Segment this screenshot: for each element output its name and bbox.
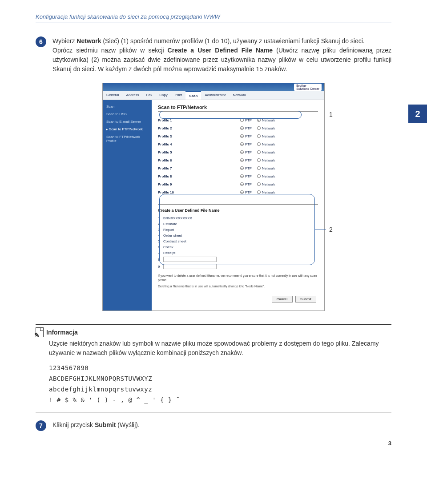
- sidebar-item[interactable]: Scan: [103, 103, 152, 110]
- allowed-chars-line: ABCDEFGHIJKLMNOPQRSTUVWXYZ: [49, 374, 391, 384]
- ftp-radio[interactable]: [240, 142, 244, 146]
- profile-label: Profile 2: [158, 126, 182, 130]
- filename-row: 4Order sheet: [158, 233, 318, 238]
- filename-preset: BRNXXXXXXXXX: [163, 216, 192, 220]
- profile-label: Profile 3: [158, 134, 182, 138]
- app-tab-scan[interactable]: Scan: [185, 91, 201, 100]
- ftp-label: FTP: [245, 134, 252, 138]
- app-tabs: GeneralAddressFaxCopyPrintScanAdministra…: [103, 91, 324, 100]
- profile-name-input[interactable]: [182, 190, 231, 195]
- network-radio[interactable]: [257, 182, 261, 186]
- info-title-row: Informacja: [36, 327, 391, 337]
- network-radio[interactable]: [257, 126, 261, 130]
- sidebar-item[interactable]: Scan to E-mail Server: [103, 118, 152, 125]
- profile-name-input[interactable]: [182, 165, 231, 171]
- filename-input[interactable]: [163, 257, 217, 262]
- app-tab-network[interactable]: Network: [230, 91, 250, 100]
- ftp-label: FTP: [245, 174, 252, 178]
- app-tab-address[interactable]: Address: [122, 91, 142, 100]
- brother-badge: Brother Solutions Center: [294, 84, 322, 91]
- filename-input[interactable]: [163, 264, 217, 269]
- network-radio[interactable]: [257, 158, 261, 162]
- sidebar-item[interactable]: Scan to USB: [103, 110, 152, 118]
- step-number-7: 7: [36, 420, 46, 431]
- profile-name-input[interactable]: [182, 149, 231, 155]
- info-title: Informacja: [46, 329, 78, 336]
- t: Oprócz siedmiu nazw plików w sekcji: [52, 47, 168, 54]
- profile-row: Profile 4FTPNetwork: [158, 140, 318, 148]
- step-7: 7 Kliknij przycisk Submit (Wyślij).: [36, 420, 391, 431]
- ftp-radio[interactable]: [240, 150, 244, 154]
- idx: 5: [158, 239, 163, 243]
- ftp-radio[interactable]: [240, 182, 244, 186]
- network-label: Network: [262, 166, 275, 170]
- step-6: 6 Wybierz Network (Sieć) (1) spośród num…: [36, 36, 391, 74]
- network-radio[interactable]: [257, 190, 261, 194]
- allowed-chars-line: 1234567890: [49, 363, 391, 374]
- profile-label: Profile 8: [158, 174, 182, 178]
- app-tab-copy[interactable]: Copy: [156, 91, 171, 100]
- app-tab-fax[interactable]: Fax: [143, 91, 156, 100]
- app-tab-general[interactable]: General: [103, 91, 122, 100]
- profile-name-input[interactable]: [182, 181, 231, 187]
- cancel-button[interactable]: Cancel: [272, 296, 293, 302]
- step-6-body: Wybierz Network (Sieć) (1) spośród numer…: [52, 36, 391, 74]
- note-text: If you want to delete a user defined fil…: [158, 274, 318, 282]
- t: Network: [77, 37, 101, 44]
- filename-row: 5Contract sheet: [158, 238, 318, 244]
- step-number-6: 6: [36, 36, 46, 47]
- network-radio[interactable]: [257, 174, 261, 178]
- ftp-label: FTP: [245, 158, 252, 162]
- profile-name-input[interactable]: [182, 141, 231, 147]
- info-box: Informacja Użycie niektórych znaków lub …: [36, 324, 391, 412]
- filename-preset: Order sheet: [163, 234, 182, 238]
- ftp-radio[interactable]: [240, 190, 244, 194]
- step-7-body: Kliknij przycisk Submit (Wyślij).: [52, 420, 140, 431]
- filename-row: 9: [158, 263, 318, 270]
- ftp-label: FTP: [245, 182, 252, 186]
- profile-label: Profile 6: [158, 158, 182, 162]
- app-tab-print[interactable]: Print: [171, 91, 185, 100]
- profile-row: Profile 6FTPNetwork: [158, 156, 318, 164]
- callout-1-label: 1: [329, 111, 333, 118]
- t: Użycie niektórych znaków lub symboli w n…: [49, 340, 379, 356]
- app-tab-administrator[interactable]: Administrator: [201, 91, 229, 100]
- filename-row: 3Report: [158, 227, 318, 233]
- ftp-radio[interactable]: [240, 118, 244, 122]
- main-panel: Scan to FTP/Network Profile 1FTPNetworkP…: [152, 100, 324, 310]
- network-label: Network: [262, 158, 275, 162]
- network-radio[interactable]: [257, 134, 261, 138]
- filename-row: 6Check: [158, 244, 318, 250]
- profile-name-input[interactable]: [182, 157, 231, 163]
- ftp-radio[interactable]: [240, 158, 244, 162]
- app-titlebar: Brother Solutions Center: [103, 83, 324, 91]
- network-radio[interactable]: [257, 142, 261, 146]
- t: Solutions Center: [296, 87, 319, 90]
- network-radio[interactable]: [257, 150, 261, 154]
- profile-name-input[interactable]: [182, 173, 231, 179]
- network-label: Network: [262, 142, 275, 146]
- ftp-radio[interactable]: [240, 126, 244, 130]
- ftp-radio[interactable]: [240, 174, 244, 178]
- network-label: Network: [262, 182, 275, 186]
- submit-button[interactable]: Submit: [295, 296, 316, 302]
- profile-row: Profile 1FTPNetwork: [158, 116, 318, 124]
- sidebar-item[interactable]: Scan to FTP/Network Profile: [103, 133, 152, 145]
- chapter-tab: 2: [408, 105, 427, 123]
- profile-name-input[interactable]: [182, 133, 231, 139]
- profile-label: Profile 4: [158, 142, 182, 146]
- profile-name-input[interactable]: [182, 117, 231, 123]
- profile-name-input[interactable]: [182, 125, 231, 131]
- sidebar-item[interactable]: Scan to FTP/Network: [103, 125, 152, 133]
- ftp-radio[interactable]: [240, 166, 244, 170]
- profile-label: Profile 7: [158, 166, 182, 170]
- ftp-radio[interactable]: [240, 134, 244, 138]
- t: Kliknij przycisk: [52, 421, 95, 428]
- section-title: Create a User Defined File Name: [158, 208, 318, 213]
- ftp-label: FTP: [245, 150, 252, 154]
- network-radio[interactable]: [257, 166, 261, 170]
- ftp-label: FTP: [245, 142, 252, 146]
- network-radio[interactable]: [257, 118, 261, 122]
- sidebar: ScanScan to USBScan to E-mail ServerScan…: [103, 100, 152, 310]
- profile-row: Profile 3FTPNetwork: [158, 132, 318, 140]
